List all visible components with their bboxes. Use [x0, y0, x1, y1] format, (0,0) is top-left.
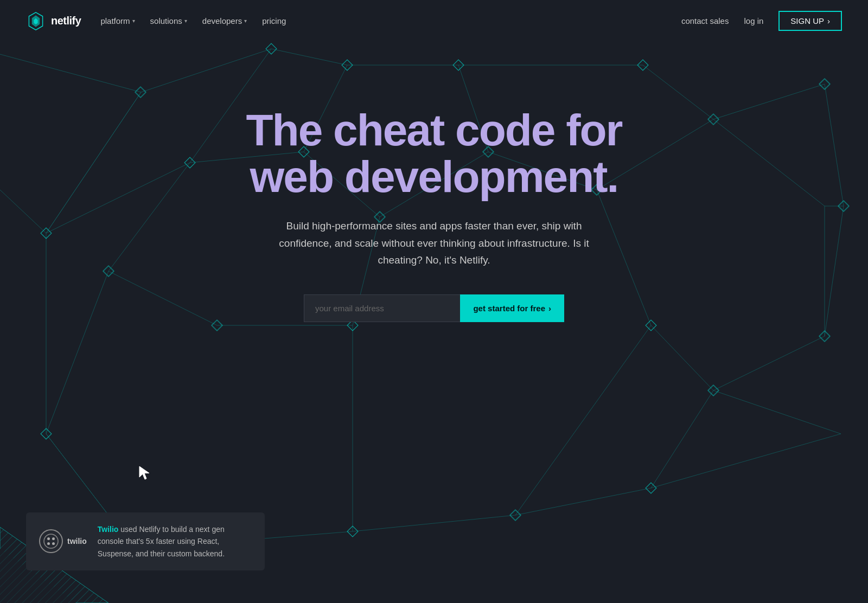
netlify-logo-icon — [26, 11, 46, 31]
cta-form: get started for free › — [304, 294, 564, 322]
logo-text: netlify — [51, 15, 81, 27]
arrow-icon: › — [827, 16, 830, 25]
nav-item-developers[interactable]: developers ▾ — [202, 16, 247, 25]
chevron-down-icon: ▾ — [132, 18, 135, 24]
signup-button[interactable]: SIGN UP › — [778, 11, 842, 31]
hero-subtext: Build high-performance sites and apps fa… — [277, 217, 591, 268]
nav-left: netlify platform ▾ solutions ▾ developer… — [26, 11, 286, 31]
logo-link[interactable]: netlify — [26, 11, 81, 31]
nav-item-solutions[interactable]: solutions ▾ — [150, 16, 187, 25]
hero-headline: The cheat code for web development. — [244, 107, 624, 200]
email-input[interactable] — [304, 294, 460, 322]
chevron-down-icon: ▾ — [184, 18, 187, 24]
twilio-brand-name: twilio — [67, 537, 87, 546]
login-link[interactable]: log in — [744, 16, 763, 25]
nav-right: contact sales log in SIGN UP › — [681, 11, 842, 31]
contact-sales-link[interactable]: contact sales — [681, 16, 729, 25]
chevron-down-icon: ▾ — [244, 18, 247, 24]
hero-section: The cheat code for web development. Buil… — [0, 42, 868, 355]
navigation: netlify platform ▾ solutions ▾ developer… — [0, 0, 868, 42]
svg-point-77 — [47, 537, 50, 540]
svg-point-78 — [52, 537, 55, 540]
arrow-icon: › — [548, 304, 551, 313]
get-started-button[interactable]: get started for free › — [460, 294, 564, 322]
testimonial-card: twilio Twilio used Netlify to build a ne… — [26, 512, 265, 570]
testimonial-brand: Twilio — [98, 525, 119, 534]
nav-item-platform[interactable]: platform ▾ — [100, 16, 135, 25]
nav-links: platform ▾ solutions ▾ developers ▾ pric… — [100, 16, 286, 25]
nav-item-pricing[interactable]: pricing — [262, 16, 286, 25]
svg-point-76 — [44, 534, 58, 548]
svg-point-80 — [52, 542, 55, 545]
svg-point-79 — [47, 542, 50, 545]
twilio-icon — [39, 529, 63, 553]
twilio-logo: twilio — [39, 529, 87, 553]
testimonial-text: Twilio used Netlify to build a next gen … — [98, 523, 252, 560]
